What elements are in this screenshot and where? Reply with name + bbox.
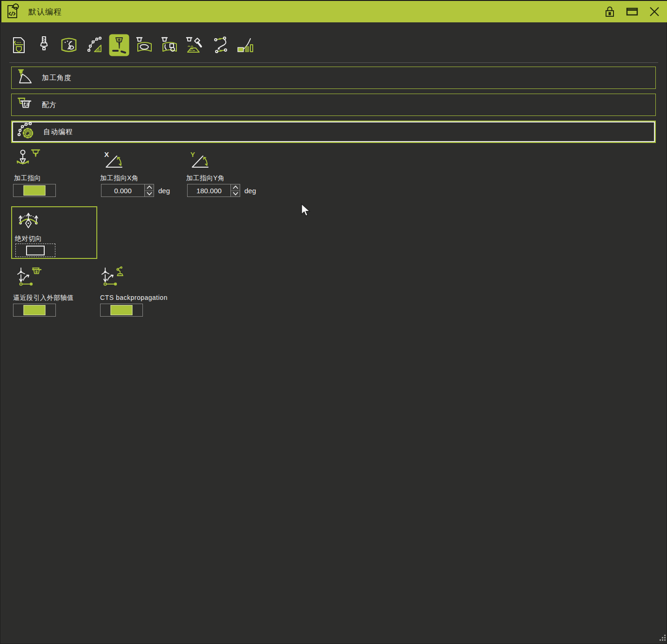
cts-backpropagation-icon — [100, 266, 128, 294]
resize-grip[interactable] — [659, 634, 666, 643]
surface-flowline-icon[interactable] — [59, 34, 79, 56]
svg-text:Y: Y — [190, 150, 195, 158]
section-auto-programming[interactable]: 自动编程 — [11, 121, 656, 143]
titlebar: 默认编程 — [0, 0, 667, 22]
y-angle-decrement-button[interactable] — [231, 190, 240, 197]
absolute-tangential-checkbox[interactable] — [15, 244, 55, 257]
section-label: 配方 — [42, 101, 57, 109]
param-label-x-angle: 加工指向X角 — [100, 174, 138, 183]
x-angle-decrement-button[interactable] — [145, 190, 154, 197]
y-angle-input[interactable] — [188, 184, 230, 197]
cts-backpropagation-checkbox[interactable] — [100, 304, 143, 317]
param-label-cts-backpropagation: CTS backpropagation — [100, 294, 168, 301]
auto-programming-icon — [16, 121, 36, 142]
nc-program-document-icon[interactable] — [8, 34, 29, 56]
recipe-icon — [16, 95, 34, 115]
window-title: 默认编程 — [28, 7, 62, 17]
approach-external-axis-checkbox[interactable] — [13, 304, 56, 317]
y-angle-icon: Y — [189, 150, 213, 174]
param-label-approach-external-axis: 逼近段引入外部轴值 — [13, 294, 74, 302]
checkbox-fill — [24, 305, 46, 315]
toolpath-link-icon[interactable] — [209, 34, 230, 56]
lock-icon[interactable] — [603, 5, 617, 19]
engraving-mill-icon[interactable] — [184, 34, 205, 56]
section-label: 自动编程 — [43, 128, 73, 136]
x-angle-spinner: deg — [101, 184, 170, 197]
y-angle-spinner: deg — [187, 184, 256, 197]
close-icon[interactable] — [647, 5, 661, 19]
checkbox-fill — [111, 305, 133, 315]
svg-text:X: X — [104, 150, 109, 158]
maximize-icon[interactable] — [625, 5, 639, 19]
toolbar — [8, 34, 255, 56]
x-angle-increment-button[interactable] — [145, 184, 154, 190]
param-label-y-angle: 加工指向Y角 — [186, 174, 224, 183]
machining-direction-checkbox[interactable] — [13, 184, 56, 197]
y-angle-unit: deg — [244, 187, 256, 195]
section-label: 加工角度 — [42, 74, 72, 82]
application-window: { "window": { "title": "默认编程", "app_icon… — [0, 0, 667, 644]
surface-contour-icon[interactable] — [134, 34, 155, 56]
y-angle-increment-button[interactable] — [231, 184, 240, 190]
absolute-tangential-group: 绝对切向 — [11, 206, 97, 259]
absolute-tangential-icon — [16, 210, 42, 235]
toolbar-separator — [9, 62, 658, 63]
app-logo-icon — [5, 2, 22, 21]
statistics-icon[interactable] — [235, 34, 255, 56]
mouse-cursor — [300, 203, 312, 219]
machining-direction-icon — [15, 148, 43, 174]
approach-external-axis-icon — [15, 266, 43, 294]
param-label-absolute-tangential: 绝对切向 — [15, 235, 42, 243]
x-angle-unit: deg — [158, 187, 170, 195]
section-recipe[interactable]: 配方 — [11, 94, 656, 116]
x-angle-icon: X — [102, 150, 127, 174]
tool-orientation-icon[interactable] — [109, 34, 129, 56]
x-angle-input[interactable] — [101, 184, 144, 197]
checkbox-fill — [26, 245, 45, 255]
param-label-machining-direction: 加工指向 — [14, 174, 41, 183]
curve-measure-icon[interactable] — [84, 34, 104, 56]
drill-tool-icon[interactable] — [34, 34, 54, 56]
section-machining-angle[interactable]: 加工角度 — [11, 67, 656, 89]
checkbox-fill — [24, 185, 46, 196]
machining-angle-icon — [16, 68, 34, 88]
surface-regions-icon[interactable] — [159, 34, 180, 56]
